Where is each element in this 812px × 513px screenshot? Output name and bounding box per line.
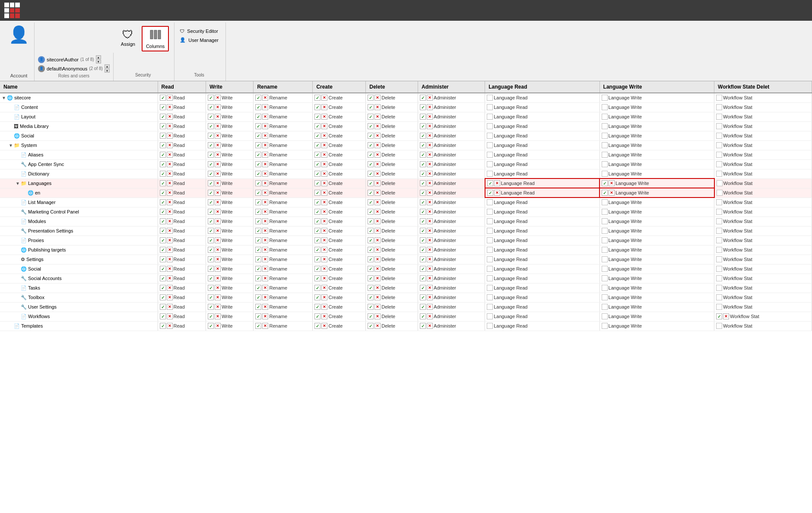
lang-check-box[interactable] [487, 190, 493, 196]
table-row[interactable]: 📄DictionaryReadWriteRenameCreateDeleteAd… [0, 169, 812, 178]
perm-cell-create[interactable]: Create [313, 112, 366, 121]
wf-cell[interactable]: Workflow Stat [714, 264, 812, 274]
deny-box[interactable] [427, 285, 433, 291]
check-box[interactable] [368, 247, 374, 253]
check-box[interactable] [314, 266, 320, 272]
perm-cell-create[interactable]: Create [313, 188, 366, 198]
perm-cell-administer[interactable]: Administer [418, 236, 485, 245]
perm-cell-rename[interactable]: Rename [254, 188, 313, 198]
perm-cell-administer[interactable]: Administer [418, 150, 485, 159]
perm-cell-create[interactable]: Create [313, 159, 366, 169]
check-box[interactable] [208, 228, 214, 234]
check-box[interactable] [368, 142, 374, 148]
perm-cell-write[interactable]: Write [206, 112, 254, 121]
table-row[interactable]: 🌐Publishing targetsReadWriteRenameCreate… [0, 245, 812, 255]
assign-button[interactable]: 🛡 Assign [117, 26, 139, 49]
deny-box[interactable] [215, 180, 221, 186]
deny-box[interactable] [427, 95, 433, 101]
check-box[interactable] [314, 161, 320, 167]
check-box[interactable] [160, 180, 166, 186]
deny-box[interactable] [167, 123, 173, 129]
check-box[interactable] [420, 152, 426, 158]
perm-cell-read[interactable]: Read [158, 121, 206, 131]
lang-cell-language-read[interactable]: Language Read [485, 159, 599, 169]
lang-cell-language-write[interactable]: Language Write [599, 312, 714, 321]
perm-cell-delete[interactable]: Delete [366, 226, 418, 236]
perm-cell-write[interactable]: Write [206, 264, 254, 274]
deny-box[interactable] [262, 123, 268, 129]
deny-box[interactable] [215, 152, 221, 158]
name-cell[interactable]: 📄Proxies [0, 236, 158, 245]
table-row[interactable]: 🔧ToolboxReadWriteRenameCreateDeleteAdmin… [0, 293, 812, 302]
deny-box[interactable] [262, 190, 268, 196]
wf-cell[interactable]: Workflow Stat [714, 207, 812, 217]
lang-cell-language-read[interactable]: Language Read [485, 274, 599, 283]
deny-box[interactable] [427, 256, 433, 262]
check-box[interactable] [314, 142, 320, 148]
perm-cell-rename[interactable]: Rename [254, 112, 313, 121]
check-box[interactable] [255, 152, 261, 158]
lang-cell-language-write[interactable]: Language Write [599, 245, 714, 255]
perm-cell-read[interactable]: Read [158, 302, 206, 312]
wf-cell[interactable]: Workflow Stat [714, 159, 812, 169]
check-box[interactable] [160, 161, 166, 167]
perm-cell-delete[interactable]: Delete [366, 255, 418, 264]
lang-cell-language-write[interactable]: Language Write [599, 159, 714, 169]
perm-cell-read[interactable]: Read [158, 245, 206, 255]
check-box[interactable] [420, 142, 426, 148]
wf-cell[interactable]: Workflow Stat [714, 112, 812, 121]
name-cell[interactable]: 🔧Marketing Control Panel [0, 207, 158, 217]
deny-box[interactable] [167, 152, 173, 158]
check-box[interactable] [314, 275, 320, 281]
check-box[interactable] [368, 294, 374, 300]
deny-box[interactable] [215, 304, 221, 310]
lang-check-box[interactable] [602, 180, 608, 186]
check-box[interactable] [255, 275, 261, 281]
table-row[interactable]: 📄TasksReadWriteRenameCreateDeleteAdminis… [0, 283, 812, 293]
name-cell[interactable]: 🔧Social Accounts [0, 274, 158, 283]
wf-cell[interactable]: Workflow Stat [714, 226, 812, 236]
name-cell[interactable]: 📄Aliases [0, 150, 158, 159]
name-cell[interactable]: 📄Modules [0, 217, 158, 226]
check-box[interactable] [314, 218, 320, 224]
lang-cell-language-read[interactable]: Language Read [485, 217, 599, 226]
check-box[interactable] [255, 228, 261, 234]
check-box[interactable] [160, 190, 166, 196]
check-box[interactable] [160, 228, 166, 234]
wf-cell[interactable]: Workflow Stat [714, 178, 812, 188]
perm-cell-write[interactable]: Write [206, 178, 254, 188]
perm-cell-rename[interactable]: Rename [254, 236, 313, 245]
deny-box[interactable] [167, 199, 173, 205]
deny-box[interactable] [262, 114, 268, 120]
perm-cell-read[interactable]: Read [158, 140, 206, 150]
perm-cell-rename[interactable]: Rename [254, 264, 313, 274]
check-box[interactable] [160, 152, 166, 158]
name-cell[interactable]: 🌐Social [0, 264, 158, 274]
deny-box[interactable] [427, 304, 433, 310]
perm-cell-read[interactable]: Read [158, 178, 206, 188]
deny-box[interactable] [321, 171, 327, 177]
perm-cell-rename[interactable]: Rename [254, 198, 313, 207]
check-box[interactable] [420, 161, 426, 167]
perm-cell-write[interactable]: Write [206, 274, 254, 283]
perm-cell-write[interactable]: Write [206, 169, 254, 178]
deny-box[interactable] [167, 104, 173, 110]
check-box[interactable] [314, 304, 320, 310]
deny-box[interactable] [427, 180, 433, 186]
perm-cell-rename[interactable]: Rename [254, 321, 313, 331]
perm-cell-write[interactable]: Write [206, 302, 254, 312]
perm-cell-administer[interactable]: Administer [418, 178, 485, 188]
table-row[interactable]: 🔧Social AccountsReadWriteRenameCreateDel… [0, 274, 812, 283]
check-box[interactable] [208, 304, 214, 310]
perm-cell-administer[interactable]: Administer [418, 217, 485, 226]
lang-cell-language-read[interactable]: Language Read [485, 293, 599, 302]
perm-cell-read[interactable]: Read [158, 198, 206, 207]
deny-box[interactable] [374, 180, 381, 186]
check-box[interactable] [208, 152, 214, 158]
perm-cell-rename[interactable]: Rename [254, 283, 313, 293]
deny-box[interactable] [374, 152, 381, 158]
check-box[interactable] [368, 104, 374, 110]
perm-cell-create[interactable]: Create [313, 283, 366, 293]
lang-cell-language-read[interactable]: Language Read [485, 255, 599, 264]
perm-cell-read[interactable]: Read [158, 93, 206, 102]
